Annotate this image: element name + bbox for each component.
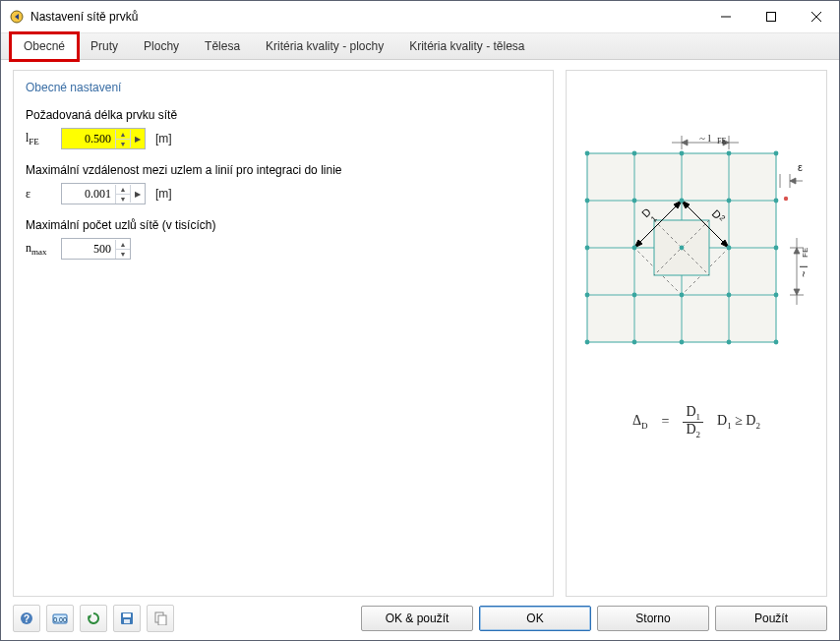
units-button[interactable]: 0,00 — [46, 605, 74, 632]
ok-button[interactable]: OK — [479, 606, 591, 631]
svg-marker-22 — [794, 289, 800, 295]
tab-general[interactable]: Obecné — [11, 33, 78, 60]
svg-point-99 — [585, 340, 590, 345]
field-nmax: Maximální počet uzlů sítě (v tisících) n… — [26, 218, 541, 260]
dialog-body: Obecné nastavení Požadovaná délka prvku … — [1, 60, 839, 597]
svg-point-101 — [680, 340, 685, 345]
cancel-button[interactable]: Storno — [597, 606, 709, 631]
field-epsilon: Maximální vzdálenost mezi uzlem a linií … — [26, 163, 541, 204]
svg-point-92 — [727, 246, 732, 251]
right-panel: ~ l FE ε — [566, 70, 827, 597]
formula: ΔD = D1 D2 D1 ≥ D2 — [632, 405, 760, 439]
tab-solids[interactable]: Tělesa — [192, 33, 253, 59]
apply-button[interactable]: Použít — [715, 606, 827, 631]
field-label: Maximální počet uzlů sítě (v tisících) — [26, 218, 541, 232]
svg-point-87 — [727, 199, 732, 204]
tab-quality-surfaces[interactable]: Kritéria kvality - plochy — [253, 33, 396, 59]
svg-point-89 — [585, 246, 590, 251]
spin-buttons[interactable]: ▲▼ — [115, 240, 130, 259]
unit-m: [m] — [155, 187, 172, 201]
tab-members[interactable]: Pruty — [78, 33, 131, 59]
svg-rect-111 — [124, 619, 130, 623]
app-icon — [9, 9, 25, 25]
svg-text:~ l: ~ l — [798, 265, 810, 277]
svg-text:?: ? — [24, 613, 30, 624]
svg-point-96 — [680, 293, 685, 298]
section-title: Obecné nastavení — [26, 81, 541, 94]
target-length-spinner[interactable]: ▲▼ ▶ — [61, 128, 146, 149]
nmax-input[interactable] — [62, 240, 115, 258]
nmax-spinner[interactable]: ▲▼ — [61, 238, 131, 260]
target-length-input[interactable] — [62, 130, 115, 147]
unit-m: [m] — [155, 132, 172, 146]
save-default-button[interactable] — [113, 605, 141, 632]
svg-point-88 — [774, 199, 779, 204]
svg-text:ε: ε — [798, 161, 803, 173]
window: Nastavení sítě prvků Obecné Pruty Plochy… — [0, 0, 840, 641]
tabstrip: Obecné Pruty Plochy Tělesa Kritéria kval… — [1, 33, 839, 60]
epsilon-input[interactable] — [62, 185, 115, 203]
svg-point-80 — [632, 151, 637, 156]
svg-point-86 — [680, 199, 685, 204]
svg-point-17 — [784, 197, 788, 201]
svg-rect-2 — [767, 13, 776, 22]
condition: D1 ≥ D2 — [717, 413, 760, 431]
svg-rect-113 — [158, 615, 166, 625]
mesh-diagram: ~ l FE ε — [583, 130, 810, 376]
svg-point-103 — [774, 340, 779, 345]
svg-point-85 — [632, 199, 637, 204]
field-target-length: Požadovaná délka prvku sítě lFE ▲▼ ▶ [m] — [26, 108, 541, 149]
svg-text:FE: FE — [717, 137, 726, 146]
close-button[interactable] — [794, 1, 839, 32]
copy-button[interactable] — [147, 605, 174, 632]
field-label: Maximální vzdálenost mezi uzlem a linií … — [26, 163, 541, 177]
svg-point-83 — [774, 151, 779, 156]
spin-buttons[interactable]: ▲▼ — [115, 185, 130, 204]
diagram: ~ l FE ε — [583, 130, 810, 439]
symbol-epsilon: ε — [26, 187, 55, 202]
svg-point-84 — [585, 199, 590, 204]
svg-point-95 — [632, 293, 637, 298]
svg-marker-8 — [682, 140, 688, 146]
symbol-lfe: lFE — [26, 131, 55, 146]
svg-point-82 — [727, 151, 732, 156]
stepper-button[interactable]: ▶ — [130, 185, 145, 203]
svg-point-91 — [680, 246, 685, 251]
svg-point-102 — [727, 340, 732, 345]
fraction: D1 D2 — [683, 405, 703, 439]
epsilon-spinner[interactable]: ▲▼ ▶ — [61, 183, 146, 204]
help-button[interactable]: ? — [13, 605, 40, 632]
titlebar: Nastavení sítě prvků — [1, 1, 839, 33]
svg-point-79 — [585, 151, 590, 156]
maximize-button[interactable] — [749, 1, 794, 32]
svg-point-94 — [585, 293, 590, 298]
field-label: Požadovaná délka prvku sítě — [26, 108, 541, 122]
svg-point-93 — [774, 246, 779, 251]
left-panel: Obecné nastavení Požadovaná délka prvku … — [13, 70, 554, 597]
svg-marker-21 — [794, 248, 800, 254]
tab-surfaces[interactable]: Plochy — [131, 33, 192, 59]
svg-point-98 — [774, 293, 779, 298]
svg-text:0,00: 0,00 — [53, 616, 67, 623]
svg-rect-110 — [123, 613, 131, 617]
svg-point-100 — [632, 340, 637, 345]
stepper-button[interactable]: ▶ — [130, 130, 145, 147]
symbol-nmax: nmax — [26, 241, 55, 257]
svg-point-97 — [727, 293, 732, 298]
svg-marker-14 — [790, 178, 796, 184]
window-title: Nastavení sítě prvků — [30, 10, 138, 24]
spin-buttons[interactable]: ▲▼ — [115, 130, 130, 148]
svg-point-90 — [632, 246, 637, 251]
delta-d: ΔD — [632, 413, 648, 431]
svg-text:~ l: ~ l — [699, 132, 711, 144]
reset-button[interactable] — [80, 605, 107, 632]
minimize-button[interactable] — [703, 1, 749, 32]
svg-text:FE: FE — [801, 248, 810, 258]
svg-point-81 — [680, 151, 685, 156]
footer: ? 0,00 OK & použít OK Storno Použít — [1, 597, 839, 640]
ok-apply-button[interactable]: OK & použít — [361, 606, 473, 631]
tab-quality-solids[interactable]: Kritéria kvality - tělesa — [396, 33, 537, 59]
